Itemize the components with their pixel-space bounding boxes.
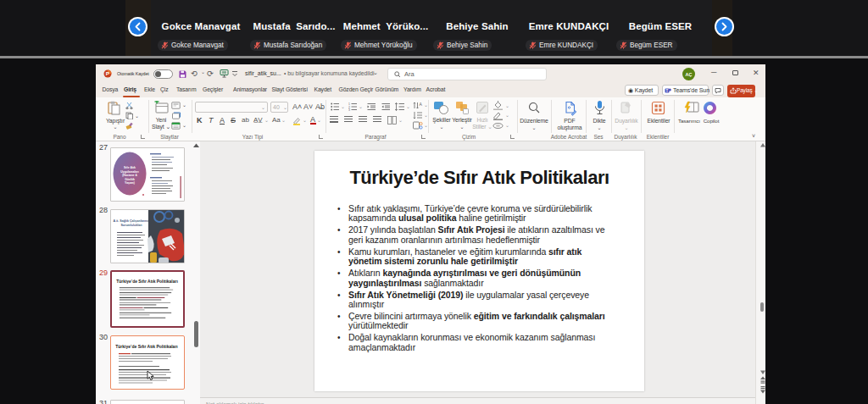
svg-text:Türkiye’de Sıfır Atık Politika: Türkiye’de Sıfır Atık Politikaları — [116, 279, 178, 284]
svg-text:P: P — [106, 70, 109, 76]
svg-text:Günlük: Günlük — [125, 178, 135, 181]
svg-text:A.it. Sağlık Çalışanlarının: A.it. Sağlık Çalışanlarının — [114, 219, 150, 223]
svg-text:Sorumlulukları: Sorumlulukları — [120, 224, 142, 227]
svg-text:Sıfır Atık: Sıfır Atık — [124, 166, 136, 169]
svg-text:A: A — [420, 102, 423, 107]
svg-text:T: T — [666, 89, 669, 93]
svg-text:Yaşam): Yaşam) — [125, 181, 135, 185]
svg-text:3: 3 — [348, 108, 350, 111]
svg-text:(Hastane &: (Hastane & — [122, 174, 137, 177]
svg-text:Türkiye’de Sıfır Atık Politika: Türkiye’de Sıfır Atık Politikaları — [115, 344, 178, 349]
svg-text:Uygulamaları: Uygulamaları — [120, 170, 138, 174]
